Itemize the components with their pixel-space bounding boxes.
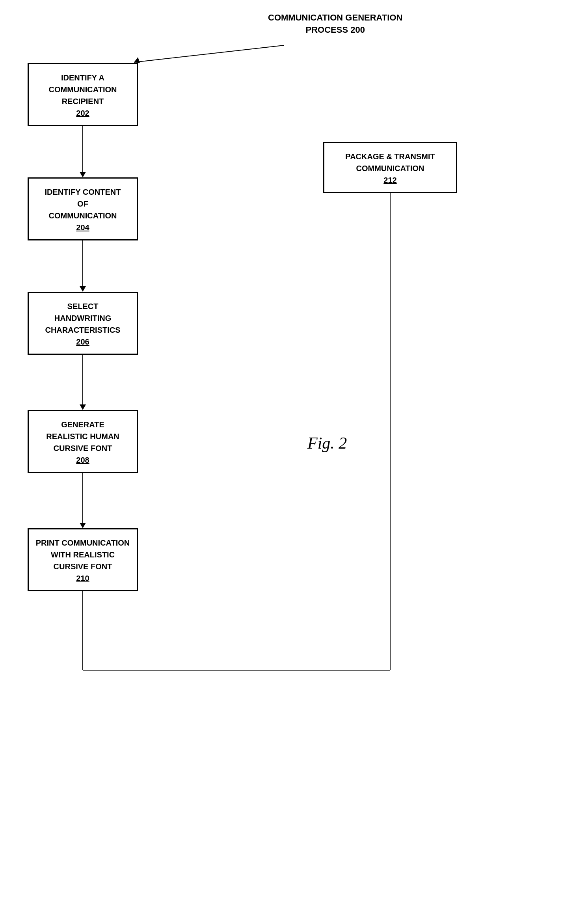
- svg-marker-9: [80, 523, 86, 528]
- diagram-container: COMMUNICATION GENERATION PROCESS 200: [0, 0, 588, 898]
- box-204-number: 204: [76, 223, 89, 232]
- box-208-label: GENERATEREALISTIC HUMANCURSIVE FONT: [46, 419, 119, 454]
- fig-label: Fig. 2: [307, 434, 347, 453]
- box-204: IDENTIFY CONTENTOFCOMMUNICATION 204: [28, 177, 138, 240]
- svg-marker-5: [80, 286, 86, 292]
- box-208: GENERATEREALISTIC HUMANCURSIVE FONT 208: [28, 410, 138, 473]
- box-210-number: 210: [76, 574, 89, 583]
- box-202-number: 202: [76, 109, 89, 118]
- svg-marker-7: [80, 404, 86, 410]
- svg-marker-3: [80, 172, 86, 177]
- box-202: IDENTIFY ACOMMUNICATIONRECIPIENT 202: [28, 63, 138, 126]
- box-210: PRINT COMMUNICATIONWITH REALISTICCURSIVE…: [28, 528, 138, 591]
- box-212-number: 212: [383, 176, 396, 185]
- box-202-label: IDENTIFY ACOMMUNICATIONRECIPIENT: [49, 72, 117, 107]
- box-206-number: 206: [76, 337, 89, 347]
- box-212-label: PACKAGE & TRANSMITCOMMUNICATION: [345, 151, 435, 174]
- box-210-label: PRINT COMMUNICATIONWITH REALISTICCURSIVE…: [36, 537, 130, 572]
- svg-line-0: [134, 45, 284, 62]
- box-204-label: IDENTIFY CONTENTOFCOMMUNICATION: [45, 186, 121, 222]
- title-line1: COMMUNICATION GENERATION: [268, 13, 402, 22]
- box-212: PACKAGE & TRANSMITCOMMUNICATION 212: [323, 142, 457, 193]
- svg-marker-1: [134, 57, 140, 63]
- box-206-label: SELECTHANDWRITINGCHARACTERISTICS: [45, 300, 120, 336]
- process-title: COMMUNICATION GENERATION PROCESS 200: [268, 12, 402, 36]
- box-206: SELECTHANDWRITINGCHARACTERISTICS 206: [28, 292, 138, 355]
- box-208-number: 208: [76, 456, 89, 465]
- title-line2: PROCESS 200: [305, 25, 365, 35]
